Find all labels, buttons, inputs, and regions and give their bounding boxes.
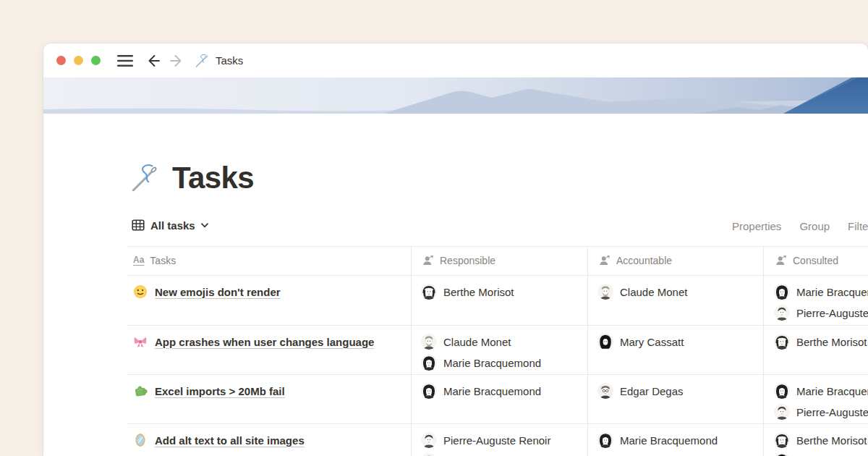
table-row: App crashes when user changes languageCl… xyxy=(127,325,868,375)
person-icon xyxy=(775,255,787,266)
person-chip: Marie Bracquemond xyxy=(774,383,868,399)
consulted-cell[interactable]: Marie BracquemondPierre-Auguste Renoir xyxy=(774,275,868,321)
task-title[interactable]: New emojis don't render xyxy=(155,286,281,298)
berthe-morisot-avatar xyxy=(774,334,790,350)
pierre-auguste-renoir-avatar xyxy=(774,404,790,420)
person-chip: Berthe Morisot xyxy=(774,432,868,448)
person-chip: Marie Bracquemond xyxy=(421,383,583,399)
table-grid-icon xyxy=(132,219,145,232)
column-header-responsible[interactable]: Responsible xyxy=(422,246,495,275)
view-toolbar: Properties Group Filter xyxy=(732,220,868,232)
person-chip: Pierre-Auguste Renoir xyxy=(774,404,868,420)
berthe-morisot-avatar xyxy=(421,284,437,300)
accountable-cell[interactable]: Mary Cassatt xyxy=(597,325,760,350)
person-chip: Claude Monet xyxy=(421,334,583,350)
traffic-light-zoom-button[interactable] xyxy=(91,56,101,65)
person-chip: Pierre-Auguste Renoir xyxy=(774,305,868,321)
mountain-cover-art xyxy=(43,77,868,114)
mary-cassatt-avatar xyxy=(774,453,790,456)
berthe-morisot-avatar xyxy=(774,432,790,448)
responsible-cell[interactable]: Marie Bracquemond xyxy=(421,374,583,399)
window-title: Tasks xyxy=(216,54,243,67)
table-row: New emojis don't renderBerthe MorisotCla… xyxy=(127,275,868,325)
person-name: Claude Monet xyxy=(443,336,511,348)
column-header-accountable[interactable]: Accountable xyxy=(599,246,672,275)
consulted-cell[interactable]: Berthe Morisot xyxy=(774,423,868,456)
column-header-label: Responsible xyxy=(440,255,495,266)
person-chip: Edgar Degas xyxy=(597,383,760,399)
chevron-down-icon xyxy=(201,223,208,228)
task-title-cell[interactable]: Excel imports > 20Mb fail xyxy=(133,374,407,399)
tasks-table: Aa Tasks Responsible Accountable Consult… xyxy=(127,246,868,456)
marie-bracquemond-avatar xyxy=(597,432,613,448)
marie-bracquemond-avatar xyxy=(421,355,437,371)
task-title-cell[interactable]: New emojis don't render xyxy=(133,275,407,300)
task-title-cell[interactable]: App crashes when user changes language xyxy=(133,325,407,350)
accountable-cell[interactable]: Marie Bracquemond xyxy=(597,423,760,448)
person-name: Marie Bracquemond xyxy=(796,385,868,397)
edgar-degas-avatar xyxy=(597,383,613,399)
task-title[interactable]: Excel imports > 20Mb fail xyxy=(155,385,285,397)
person-name: Pierre-Auguste Renoir xyxy=(796,406,868,418)
person-name: Marie Bracquemond xyxy=(443,357,541,369)
person-chip: Claude Monet xyxy=(597,284,760,300)
marie-bracquemond-avatar xyxy=(774,284,790,300)
person-name: Mary Cassatt xyxy=(620,336,684,348)
person-name: Pierre-Auguste Renoir xyxy=(443,434,550,447)
pierre-auguste-renoir-avatar xyxy=(774,305,790,321)
accountable-cell[interactable]: Claude Monet xyxy=(597,275,760,300)
claude-monet-avatar xyxy=(597,284,613,300)
person-chip: Marie Bracquemond xyxy=(421,355,583,371)
responsible-cell[interactable]: Claude MonetMarie Bracquemond xyxy=(421,325,583,371)
accountable-cell[interactable]: Edgar Degas xyxy=(597,374,760,399)
group-button[interactable]: Group xyxy=(799,220,830,232)
person-chip: Marie Bracquemond xyxy=(774,284,868,300)
window-topbar: Tasks xyxy=(43,43,868,77)
column-header-tasks[interactable]: Aa Tasks xyxy=(133,246,176,275)
marie-bracquemond-avatar xyxy=(421,383,437,399)
person-icon xyxy=(599,255,610,266)
person-name: Berthe Morisot xyxy=(796,434,867,447)
person-name: Pierre-Auguste Renoir xyxy=(796,307,868,319)
properties-button[interactable]: Properties xyxy=(732,220,781,232)
page-icon-needle-and-thread[interactable] xyxy=(128,161,161,198)
task-title-cell[interactable]: Add alt text to all site images xyxy=(133,423,407,448)
column-header-label: Tasks xyxy=(150,255,176,266)
person-name: Claude Monet xyxy=(620,286,687,298)
person-chip xyxy=(774,453,868,456)
needle-favicon xyxy=(194,53,210,69)
column-header-label: Consulted xyxy=(793,255,838,266)
responsible-cell[interactable]: Pierre-Auguste Renoir xyxy=(421,423,583,456)
column-header-label: Accountable xyxy=(616,255,672,266)
page-title: Tasks xyxy=(172,161,254,195)
view-switcher-all-tasks[interactable]: All tasks xyxy=(132,219,208,232)
person-chip: Mary Cassatt xyxy=(597,334,760,350)
task-title[interactable]: Add alt text to all site images xyxy=(155,434,305,447)
consulted-cell[interactable]: Berthe Morisot xyxy=(774,325,868,350)
claude-monet-avatar xyxy=(421,453,437,456)
mary-cassatt-avatar xyxy=(597,334,613,350)
traffic-light-close-button[interactable] xyxy=(56,56,66,65)
responsible-cell[interactable]: Berthe Morisot xyxy=(421,275,583,300)
consulted-cell[interactable]: Marie BracquemondPierre-Auguste Renoir xyxy=(774,374,868,420)
table-row: Add alt text to all site imagesPierre-Au… xyxy=(127,423,868,456)
view-label: All tasks xyxy=(150,219,195,232)
back-arrow-icon[interactable] xyxy=(145,52,162,69)
mirror-emoji xyxy=(133,433,148,447)
marie-bracquemond-avatar xyxy=(774,383,790,399)
column-header-consulted[interactable]: Consulted xyxy=(775,246,838,275)
person-chip xyxy=(421,453,583,456)
slightly-smiling-face-emoji xyxy=(133,284,148,299)
cover-image xyxy=(43,77,868,114)
task-title[interactable]: App crashes when user changes language xyxy=(155,336,374,348)
person-chip: Berthe Morisot xyxy=(421,284,583,300)
person-name: Marie Bracquemond xyxy=(796,286,868,298)
traffic-light-minimize-button[interactable] xyxy=(74,56,83,65)
person-name: Berthe Morisot xyxy=(443,286,514,298)
ribbon-bow-emoji xyxy=(133,334,148,349)
filter-button[interactable]: Filter xyxy=(848,220,868,232)
person-name: Marie Bracquemond xyxy=(620,434,718,447)
person-chip: Pierre-Auguste Renoir xyxy=(421,432,583,448)
menu-icon[interactable] xyxy=(117,54,133,67)
person-icon xyxy=(422,255,434,266)
